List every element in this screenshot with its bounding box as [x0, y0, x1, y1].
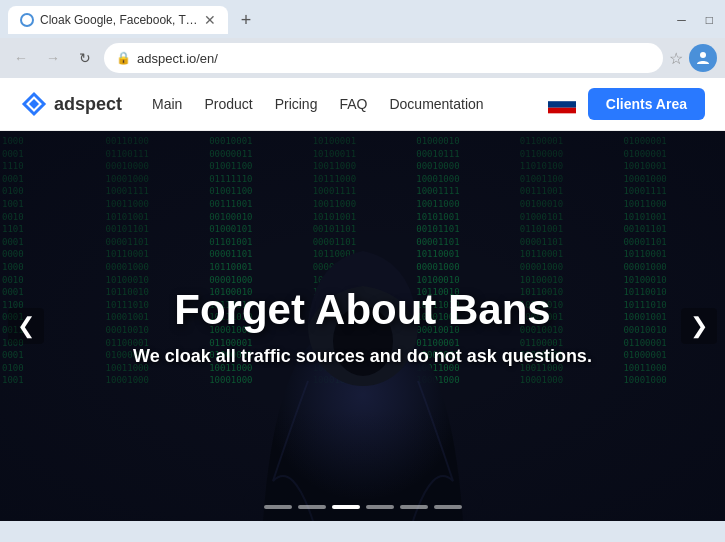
- hero-content: Forget About Bans We cloak all traffic s…: [36, 286, 689, 367]
- logo-text: adspect: [54, 94, 122, 115]
- carousel-dot-4[interactable]: [366, 505, 394, 509]
- svg-marker-3: [29, 99, 39, 109]
- hero-title: Forget About Bans: [36, 286, 689, 334]
- new-tab-button[interactable]: +: [232, 6, 260, 34]
- refresh-button[interactable]: ↻: [72, 45, 98, 71]
- carousel-dot-2[interactable]: [298, 505, 326, 509]
- carousel-next-button[interactable]: ❯: [681, 308, 717, 344]
- nav-documentation[interactable]: Documentation: [389, 96, 483, 112]
- browser-chrome: Cloak Google, Facebook, TikTo... ✕ + ─ □…: [0, 0, 725, 78]
- svg-point-0: [22, 15, 32, 25]
- carousel-dot-3[interactable]: [332, 505, 360, 509]
- tab-bar: Cloak Google, Facebook, TikTo... ✕ + ─ □: [0, 0, 725, 38]
- tab-title: Cloak Google, Facebook, TikTo...: [40, 13, 198, 27]
- nav-pricing[interactable]: Pricing: [275, 96, 318, 112]
- svg-rect-6: [548, 108, 576, 114]
- window-controls: ─ □: [677, 13, 717, 27]
- url-bar[interactable]: 🔒 adspect.io/en/: [104, 43, 663, 73]
- logo-icon: [20, 90, 48, 118]
- profile-button[interactable]: [689, 44, 717, 72]
- carousel-dot-1[interactable]: [264, 505, 292, 509]
- nav-product[interactable]: Product: [204, 96, 252, 112]
- minimize-button[interactable]: ─: [677, 13, 686, 27]
- carousel-dot-5[interactable]: [400, 505, 428, 509]
- back-button[interactable]: ←: [8, 45, 34, 71]
- language-flag[interactable]: [548, 94, 576, 114]
- website-content: adspect Main Product Pricing FAQ Documen…: [0, 78, 725, 521]
- maximize-button[interactable]: □: [706, 13, 713, 27]
- carousel-prev-button[interactable]: ❮: [8, 308, 44, 344]
- carousel-dots: [264, 505, 462, 509]
- nav-main[interactable]: Main: [152, 96, 182, 112]
- bookmark-icon[interactable]: ☆: [669, 49, 683, 68]
- clients-area-button[interactable]: Clients Area: [588, 88, 705, 120]
- svg-rect-5: [548, 101, 576, 108]
- tab-favicon: [20, 13, 34, 27]
- address-bar: ← → ↻ 🔒 adspect.io/en/ ☆: [0, 38, 725, 78]
- site-nav: adspect Main Product Pricing FAQ Documen…: [0, 78, 725, 131]
- svg-rect-4: [548, 95, 576, 102]
- hero-banner: 1000000111100001010010010010110100010000…: [0, 131, 725, 521]
- logo[interactable]: adspect: [20, 90, 122, 118]
- tab-close-button[interactable]: ✕: [204, 12, 216, 28]
- active-tab[interactable]: Cloak Google, Facebook, TikTo... ✕: [8, 6, 228, 34]
- nav-faq[interactable]: FAQ: [339, 96, 367, 112]
- url-text: adspect.io/en/: [137, 51, 651, 66]
- nav-links: Main Product Pricing FAQ Documentation: [152, 96, 536, 112]
- carousel-dot-6[interactable]: [434, 505, 462, 509]
- svg-point-1: [700, 52, 706, 58]
- forward-button[interactable]: →: [40, 45, 66, 71]
- hero-subtitle: We cloak all traffic sources and do not …: [36, 346, 689, 367]
- lock-icon: 🔒: [116, 51, 131, 65]
